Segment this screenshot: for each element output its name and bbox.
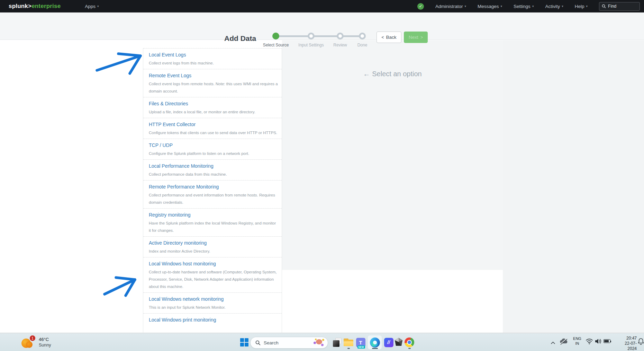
caret-down-icon: ▾ (97, 5, 99, 8)
cloud-slash-icon (559, 337, 568, 345)
source-description: Configure tokens that clients can use to… (149, 129, 279, 137)
splunk-logo[interactable]: splunk>enterprise (9, 3, 61, 10)
tray-wifi[interactable] (586, 338, 593, 346)
search-highlight-graphic[interactable] (313, 338, 325, 347)
weather-condition: Sunny (39, 343, 51, 348)
weather-temperature: 46°C (39, 337, 51, 342)
source-item-local-event-logs[interactable]: Local Event Logs Collect event logs from… (143, 48, 282, 69)
bell-icon (638, 338, 644, 345)
annotation-arrow-host-monitoring (101, 274, 139, 298)
source-item-registry-monitoring[interactable]: Registry monitoring Have the Splunk plat… (143, 208, 282, 236)
source-item-remote-performance-monitoring[interactable]: Remote Performance Monitoring Collect pe… (143, 180, 282, 208)
speaker-icon (595, 338, 602, 344)
find-search[interactable] (599, 2, 640, 11)
source-description: Index and monitor Active Directory. (149, 248, 279, 255)
source-title[interactable]: TCP / UDP (149, 142, 279, 148)
search-icon (255, 340, 261, 345)
app-icon-teams[interactable]: T NEW (354, 335, 368, 349)
step-dot (308, 33, 315, 40)
source-item-local-windows-print-monitoring[interactable]: Local Windows print monitoring (143, 313, 282, 327)
source-title[interactable]: Remote Performance Monitoring (149, 184, 279, 190)
wizard-stepper: Select Source Input Settings Review Done (272, 33, 369, 49)
chrome-icon (405, 337, 414, 347)
apps-menu[interactable]: Apps ▾ (85, 4, 99, 9)
source-title[interactable]: Local Event Logs (149, 52, 279, 58)
tray-clock[interactable]: 20:47 22-07-2024 (619, 336, 637, 351)
help-menu[interactable]: Help ▾ (575, 4, 588, 9)
source-description: Have the Splunk platform index the local… (149, 220, 279, 234)
step-dot (359, 33, 366, 40)
source-description: Upload a file, index a local file, or mo… (149, 108, 279, 116)
tray-language-indicator[interactable]: ENG IN (571, 336, 583, 346)
caret-down-icon: ▾ (501, 5, 502, 8)
running-indicator (408, 348, 411, 349)
tray-notifications[interactable] (638, 338, 644, 346)
caret-down-icon: ▾ (586, 5, 588, 8)
back-button[interactable]: < Back (377, 32, 401, 43)
next-button-label: Next (409, 35, 418, 40)
source-item-http-event-collector[interactable]: HTTP Event Collector Configure tokens th… (143, 118, 282, 139)
windows-logo-icon (245, 343, 248, 346)
active-running-indicator (372, 348, 378, 349)
source-description: This is an input for Splunk Network Moni… (149, 304, 279, 311)
health-check-icon[interactable]: ✓ (417, 3, 424, 10)
app-icon-file-explorer[interactable] (342, 335, 355, 349)
settings-menu[interactable]: Settings ▾ (514, 4, 534, 9)
source-item-local-performance-monitoring[interactable]: Local Performance Monitoring Collect per… (143, 159, 282, 180)
source-title[interactable]: HTTP Event Collector (149, 122, 279, 128)
settings-menu-label: Settings (514, 4, 530, 9)
annotation-arrow-local-event-logs (93, 52, 145, 78)
source-item-active-directory-monitoring[interactable]: Active Directory monitoring Index and mo… (143, 236, 282, 257)
activity-menu[interactable]: Activity ▾ (545, 4, 563, 9)
taskbar-search[interactable] (250, 337, 328, 349)
source-title[interactable]: Active Directory monitoring (149, 240, 279, 246)
source-item-local-windows-network-monitoring[interactable]: Local Windows network monitoring This is… (143, 292, 282, 313)
source-title[interactable]: Local Windows print monitoring (149, 317, 279, 323)
new-badge: NEW (357, 345, 365, 349)
splunk-logo-suffix: enterprise (31, 3, 61, 9)
app-icon-chrome[interactable] (402, 335, 416, 349)
source-description: Collect performance data from this machi… (149, 171, 279, 178)
source-item-remote-event-logs[interactable]: Remote Event Logs Collect event logs fro… (143, 69, 282, 97)
windows-logo-icon (240, 343, 244, 346)
tray-onedrive-paused[interactable] (559, 337, 568, 346)
source-item-files-directories[interactable]: Files & Directories Upload a file, index… (143, 97, 282, 118)
start-button[interactable] (240, 338, 248, 346)
source-item-local-windows-host-monitoring[interactable]: Local Windows host monitoring Collect up… (143, 257, 282, 292)
tray-volume[interactable] (595, 338, 602, 346)
weather-widget[interactable]: 1 46°C Sunny (20, 335, 51, 349)
source-title[interactable]: Local Performance Monitoring (149, 163, 279, 169)
splunk-topbar: splunk>enterprise Apps ▾ ✓ Administrator… (0, 0, 644, 12)
administrator-menu[interactable]: Administrator ▾ (435, 4, 466, 9)
source-title[interactable]: Registry monitoring (149, 212, 279, 218)
content-area: ←Select an option Local Event Logs Colle… (0, 40, 644, 333)
source-title[interactable]: Local Windows host monitoring (149, 261, 279, 267)
gem-icon (394, 337, 403, 347)
source-title[interactable]: Files & Directories (149, 101, 279, 107)
find-input[interactable] (608, 4, 636, 9)
source-title[interactable]: Remote Event Logs (149, 73, 279, 79)
next-button[interactable]: Next > (404, 32, 428, 43)
windows-taskbar: 1 46°C Sunny T NEW // (0, 333, 644, 351)
administrator-menu-label: Administrator (435, 4, 463, 9)
wifi-icon (586, 338, 593, 344)
search-icon (602, 4, 606, 8)
layered-squares-icon (333, 338, 342, 347)
source-item-tcp-udp[interactable]: TCP / UDP Configure the Splunk platform … (143, 139, 282, 159)
messages-menu[interactable]: Messages ▾ (478, 4, 502, 9)
splunk-logo-text: splunk> (9, 3, 31, 9)
windows-logo-icon (245, 338, 248, 342)
clock-date: 22-07-2024 (619, 341, 637, 351)
teams-icon: T NEW (356, 338, 365, 347)
help-menu-label: Help (575, 4, 584, 9)
folder-icon (344, 339, 353, 346)
taskbar-search-input[interactable] (264, 340, 309, 345)
tray-battery[interactable] (604, 339, 610, 343)
source-title[interactable]: Local Windows network monitoring (149, 296, 279, 302)
caret-down-icon: ▾ (532, 5, 534, 8)
source-description: Collect up-to-date hardware and software… (149, 269, 279, 290)
battery-icon (604, 339, 610, 343)
tray-chevron-up[interactable] (550, 340, 556, 346)
app-icon-edge[interactable] (368, 335, 382, 349)
chevron-up-icon (550, 341, 556, 344)
